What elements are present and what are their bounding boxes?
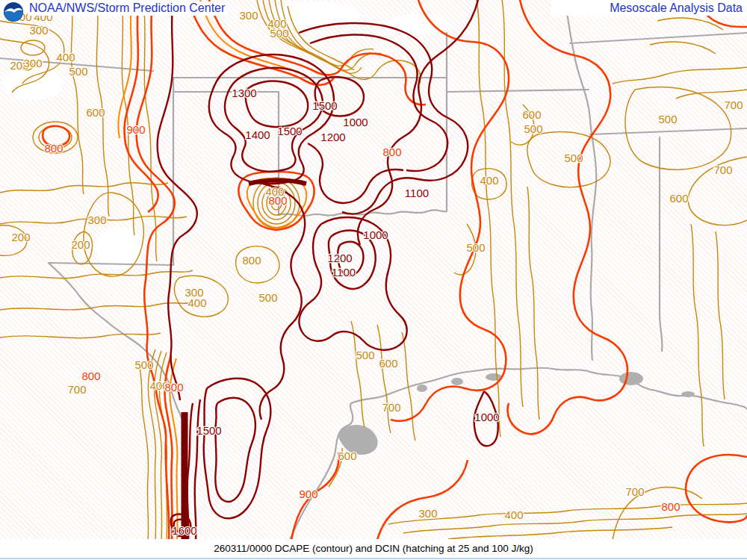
contour-label: 800	[661, 500, 680, 513]
contour-label: 1000	[474, 411, 499, 423]
contour-label: 300	[239, 9, 258, 22]
contour-label: 300	[418, 507, 437, 520]
contour-label: 1100	[332, 266, 356, 279]
contour-label: 1400	[245, 128, 270, 141]
contour-label: 400	[480, 174, 498, 187]
contour-label: 1500	[277, 125, 302, 137]
contour-label: 300	[29, 24, 48, 37]
contour-label: 900	[126, 123, 145, 136]
contour-label: 1000	[363, 228, 388, 241]
contour-label: 600	[338, 449, 356, 462]
contour-label: 500	[466, 241, 485, 254]
contour-label: 1000	[343, 116, 368, 128]
contour-label: 700	[724, 99, 743, 111]
contour-label: 1200	[320, 131, 345, 143]
contour-label: 600	[669, 192, 688, 205]
contour-label: 1300	[232, 87, 256, 99]
contour-label: 300	[87, 214, 106, 226]
contour-label: 900	[299, 488, 317, 500]
contour-label: 1500	[196, 424, 221, 437]
contour-label: 200	[71, 238, 90, 251]
contour-label: 500	[356, 349, 374, 361]
contour-label: 1200	[327, 252, 352, 264]
contour-label: 400	[504, 508, 523, 521]
map-caption: 260311/0000 DCAPE (contour) and DCIN (ha…	[0, 543, 747, 554]
contour-label: 500	[258, 291, 277, 304]
contour-label: 700	[625, 485, 644, 498]
contour-label: 500	[134, 358, 153, 371]
dcape-contour-map: 5004003003004005002003004005006008009002…	[0, 0, 747, 560]
contour-label: 700	[382, 401, 400, 414]
contour-label: 700	[713, 164, 732, 176]
contour-label: 1600	[172, 524, 196, 537]
contour-label: 700	[67, 383, 86, 396]
contour-label: 800	[268, 194, 287, 207]
contour-label: 500	[13, 10, 31, 23]
contour-label: 400	[34, 10, 52, 23]
contour-label: 800	[242, 254, 261, 267]
contour-label: 800	[81, 370, 100, 382]
contour-label: 500	[270, 27, 288, 40]
contour-label: 300	[23, 57, 42, 69]
contour-label: 600	[522, 108, 541, 121]
contour-label: 600	[86, 106, 105, 119]
contour-label: 500	[69, 65, 87, 78]
contour-label: 600	[379, 357, 397, 370]
contour-label: 800	[382, 146, 401, 158]
contour-label: 400	[56, 51, 75, 63]
contour-label: 800	[44, 142, 63, 155]
footer-bar: 260311/0000 DCAPE (contour) and DCIN (ha…	[0, 539, 747, 560]
contour-label: 1100	[405, 187, 429, 199]
contour-label: 800	[164, 381, 183, 393]
contour-label: 500	[658, 113, 677, 125]
contour-label: 1500	[312, 99, 337, 112]
footer-rule	[0, 558, 747, 559]
contour-label: 500	[524, 122, 542, 135]
contour-label: 400	[187, 296, 206, 309]
contour-label: 200	[11, 231, 30, 243]
spc-mesoanalysis-page: 5004003003004005002003004005006008009002…	[0, 0, 747, 560]
contour-label: 500	[564, 152, 583, 164]
